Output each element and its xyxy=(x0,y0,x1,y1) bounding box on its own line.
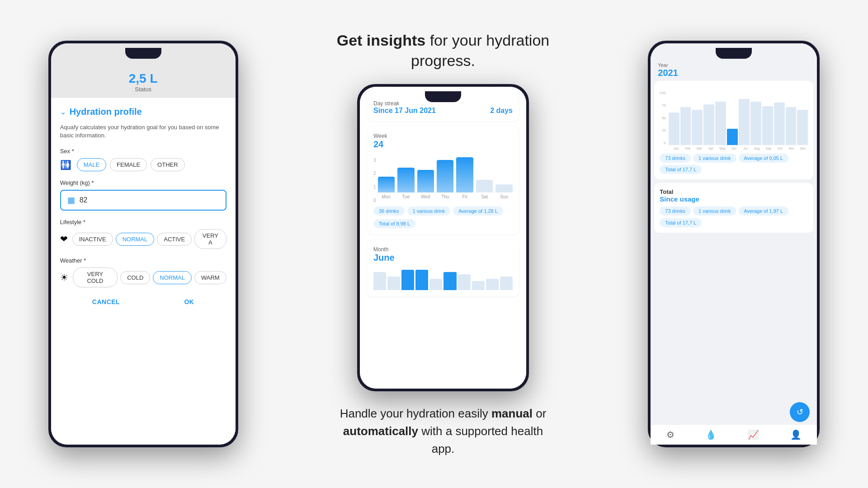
weather-normal-btn[interactable]: NORMAL xyxy=(153,271,192,284)
ml-jul: Jul xyxy=(741,147,750,150)
week-y-labels: 3210 xyxy=(373,158,376,203)
lifestyle-icon: ❤ xyxy=(60,234,68,244)
week-tag-drinks: 36 drinks xyxy=(373,206,405,216)
nav-water-icon[interactable]: 💧 xyxy=(705,429,717,440)
bar-label-thu: Thu xyxy=(441,194,449,199)
nav-settings-icon[interactable]: ⚙ xyxy=(666,429,675,440)
bar-sat xyxy=(476,180,493,192)
bar-label-sat: Sat xyxy=(481,194,488,199)
total-total-tag: Total of 17,7 L xyxy=(660,218,702,227)
bottom-bold-auto: automatically xyxy=(343,424,418,438)
year-bar-aug xyxy=(750,102,761,145)
sex-field-group: Sex * 🚻 MALE FEMALE OTHER xyxy=(60,148,226,171)
ml-sep: Sep xyxy=(764,147,774,150)
status-label: Status xyxy=(135,86,151,93)
lifestyle-normal-btn[interactable]: NORMAL xyxy=(116,233,155,246)
action-row: CANCEL OK xyxy=(60,298,226,305)
headline-rest: for your hydration progress. xyxy=(411,32,549,69)
fab-icon: ↺ xyxy=(797,407,803,417)
ml-spacer xyxy=(660,147,670,150)
week-label: Week xyxy=(373,133,513,139)
nav-chart-icon[interactable]: 📈 xyxy=(748,429,759,440)
lifestyle-inactive-btn[interactable]: INACTIVE xyxy=(72,233,113,246)
bar-col-sat: Sat xyxy=(476,154,493,199)
bar-label-mon: Mon xyxy=(382,194,391,199)
month-label: Month xyxy=(373,246,513,253)
month-bar-7 xyxy=(458,274,471,290)
day-streak-count: 2 days xyxy=(490,107,513,115)
ok-button[interactable]: OK xyxy=(184,298,194,305)
bar-mon xyxy=(378,177,395,192)
bar-wed xyxy=(417,170,434,192)
right-top-bar: Year 2021 xyxy=(651,57,817,81)
right-year-value: 2021 xyxy=(658,68,810,78)
weight-label: Weight (kg) * xyxy=(60,179,226,186)
weather-very-cold-btn[interactable]: VERY COLD xyxy=(73,267,118,287)
bar-sun xyxy=(495,184,512,192)
week-chart-tags: 36 drinks 1 various drink Average of 1,2… xyxy=(373,206,513,216)
sex-other-btn[interactable]: OTHER xyxy=(151,158,185,171)
center-screen: Day streak Since 17 Jun 2021 2 days Week… xyxy=(360,87,526,389)
ml-oct: Oct xyxy=(775,147,785,150)
bar-label-sun: Sun xyxy=(500,194,508,199)
section-desc: Aquafy calculates your hydration goal fo… xyxy=(60,123,226,140)
sex-btn-group: 🚻 MALE FEMALE OTHER xyxy=(60,158,226,171)
sex-female-btn[interactable]: FEMALE xyxy=(110,158,147,171)
year-bar-jan xyxy=(669,113,679,145)
center-phone: Day streak Since 17 Jun 2021 2 days Week… xyxy=(357,84,529,391)
year-tags: 73 drinks 1 various drink Average of 0,0… xyxy=(660,154,808,163)
year-tag-various: 1 various drink xyxy=(693,154,736,163)
sex-label: Sex * xyxy=(60,148,226,155)
bar-col-sun: Sun xyxy=(495,154,512,199)
month-chart-section: Month June xyxy=(367,240,519,296)
right-screen: Year 2021 1007550250 xyxy=(651,43,817,445)
month-bar-5 xyxy=(429,279,442,290)
bottom-nav: ⚙ 💧 📈 👤 xyxy=(651,424,817,445)
weather-field-group: Weather * ☀ VERY COLD COLD NORMAL WARM xyxy=(60,257,226,287)
month-bar-6 xyxy=(443,272,456,290)
lifestyle-very-active-btn[interactable]: VERY A xyxy=(194,229,226,249)
bar-col-tue: Tue xyxy=(397,154,414,199)
center-section: Get insights for your hydration progress… xyxy=(335,30,552,457)
bar-thu xyxy=(437,160,453,192)
weight-input-wrapper[interactable]: ▦ 82 xyxy=(60,190,226,211)
nav-profile-icon[interactable]: 👤 xyxy=(790,429,802,440)
year-bar-sep xyxy=(762,106,773,145)
phone-notch-left xyxy=(125,48,161,59)
weight-value: 82 xyxy=(80,196,88,204)
day-streak-row: Since 17 Jun 2021 2 days xyxy=(373,107,513,115)
sex-male-btn[interactable]: MALE xyxy=(77,158,106,171)
month-bar-4 xyxy=(415,270,428,290)
month-bar-1 xyxy=(373,272,386,290)
year-y-labels: 1007550250 xyxy=(660,91,666,145)
year-total-row: Total of 17,7 L xyxy=(660,165,808,174)
month-bar-3 xyxy=(401,270,414,290)
total-stat-title: Total xyxy=(660,188,808,195)
headline-bold: Get insights xyxy=(337,32,425,49)
total-tags: 73 drinks 1 various drink Average of 1,9… xyxy=(660,206,808,216)
year-tag-drinks: 73 drinks xyxy=(660,154,691,163)
week-total-tags: Total of 8,98 L xyxy=(373,219,513,228)
year-tag-average: Average of 0,05 L xyxy=(739,154,789,163)
lifestyle-label: Lifestyle * xyxy=(60,219,226,225)
section-header: ⌄ Hydration profile xyxy=(60,107,226,117)
ml-feb: Feb xyxy=(683,147,693,150)
total-tag-various: 1 various drink xyxy=(693,206,736,216)
week-value: 24 xyxy=(373,139,513,150)
cancel-button[interactable]: CANCEL xyxy=(92,298,120,305)
weather-warm-btn[interactable]: WARM xyxy=(194,271,226,284)
weight-field-group: Weight (kg) * ▦ 82 xyxy=(60,179,226,211)
ml-nov: Nov xyxy=(786,147,796,150)
right-phone: Year 2021 1007550250 xyxy=(648,41,820,447)
weather-cold-btn[interactable]: COLD xyxy=(120,271,150,284)
ml-aug: Aug xyxy=(752,147,762,150)
ml-dec: Dec xyxy=(798,147,808,150)
week-tag-various: 1 various drink xyxy=(407,206,451,216)
lifestyle-active-btn[interactable]: ACTIVE xyxy=(157,233,192,246)
bottom-bold-manual: manual xyxy=(491,407,533,420)
total-stat-block: Total Since usage 73 drinks 1 various dr… xyxy=(654,183,813,233)
water-amount: 2,5 L xyxy=(129,71,158,86)
right-year-label: Year xyxy=(658,62,810,68)
section-title: Hydration profile xyxy=(70,107,142,117)
fab-button[interactable]: ↺ xyxy=(790,402,810,422)
